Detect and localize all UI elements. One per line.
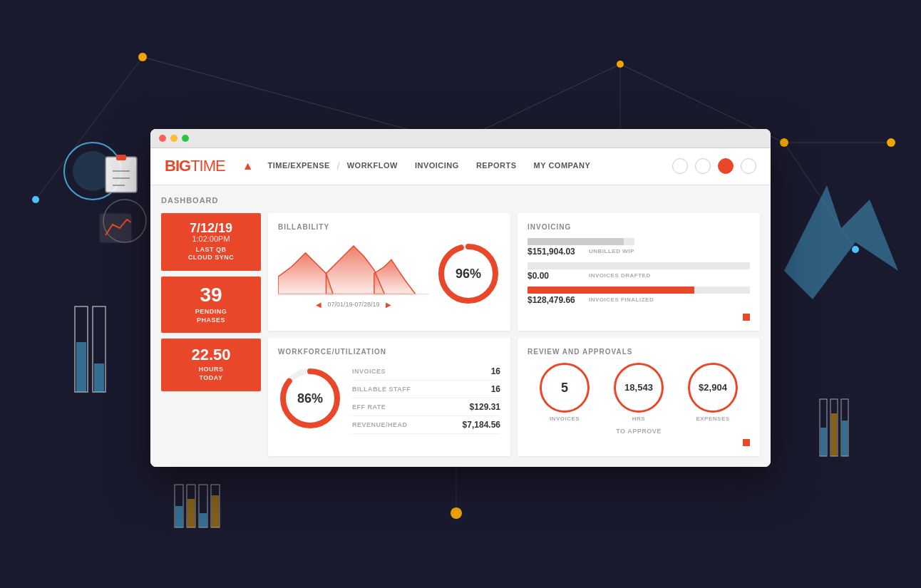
billability-donut: 96%	[436, 242, 500, 306]
workforce-stat-row-4: REVENUE/HEAD $7,184.56	[352, 416, 500, 434]
stat-label-hours: HOURSTODAY	[168, 366, 254, 382]
logo-time: TIME	[190, 157, 225, 175]
invoicing-panel: INVOICING $151,904.03 UNBILLED WIP	[518, 213, 760, 331]
workforce-donut: 86%	[278, 366, 342, 430]
chart-nav-next[interactable]: ▶	[386, 301, 391, 309]
dashboard-label: DASHBOARD	[161, 196, 760, 205]
review-label-expenses: EXPENSES	[688, 416, 738, 422]
svg-marker-44	[278, 252, 333, 294]
workforce-stats: INVOICES 16 BILLABLE STAFF 16 EFF RATE $…	[352, 363, 500, 434]
svg-rect-21	[76, 342, 86, 392]
svg-rect-25	[820, 428, 826, 456]
review-value-hrs: 18,543	[624, 383, 653, 392]
svg-rect-33	[187, 499, 195, 527]
invoice-label-1: UNBILLED WIP	[589, 248, 634, 254]
stat-time: 1:02:00PM	[168, 234, 254, 243]
stat-value-hours: 22.50	[168, 347, 254, 363]
invoice-amount-2: $0.00	[528, 271, 585, 281]
invoice-amount-1: $151,904.03	[528, 247, 585, 257]
workforce-stat-name-3: EFF RATE	[352, 403, 386, 411]
stat-card-date: 7/12/19 1:02:00PM LAST QBCLOUD SYNC	[161, 213, 261, 271]
nav-item-invoicing[interactable]: INVOICING	[406, 148, 468, 185]
svg-rect-22	[93, 306, 106, 392]
invoice-bar-container-2	[528, 262, 750, 269]
stat-value-phases: 39	[168, 285, 254, 305]
invoice-amount-3: $128,479.66	[528, 295, 585, 305]
dashboard-body: DASHBOARD 7/12/19 1:02:00PM LAST QBCLOUD…	[150, 185, 771, 467]
review-circle-invoices: 5 INVOICES	[540, 363, 590, 422]
svg-point-16	[64, 143, 121, 200]
svg-rect-29	[842, 421, 848, 456]
nav-item-time-expense[interactable]: TIME/EXPENSE	[259, 148, 339, 185]
svg-rect-31	[175, 506, 182, 527]
nav-item-my-company[interactable]: MY COMPANY	[525, 148, 600, 185]
chart-date-label: 07/01/19-07/28/19	[327, 301, 379, 308]
review-label-invoices: INVOICES	[540, 416, 590, 422]
invoicing-title: INVOICING	[528, 223, 750, 231]
home-icon[interactable]: ▲	[242, 160, 254, 172]
workforce-stat-value-1: 16	[491, 366, 500, 376]
workforce-percentage: 86%	[297, 391, 323, 406]
review-label-hrs: HRS	[614, 416, 664, 422]
nav-item-reports[interactable]: REPORTS	[468, 148, 525, 185]
svg-line-7	[784, 143, 855, 249]
nav-items: TIME/EXPENSE / WORKFLOW INVOICING REPORT…	[259, 148, 672, 185]
svg-rect-30	[175, 485, 183, 527]
billability-panel: BILLABILITY	[268, 213, 510, 331]
stats-column: 7/12/19 1:02:00PM LAST QBCLOUD SYNC 39 P…	[161, 213, 261, 456]
workforce-stat-row-3: EFF RATE $129.31	[352, 398, 500, 416]
invoice-row-3: $128,479.66 INVOICES FINALIZED	[528, 287, 750, 305]
stat-card-hours: 22.50 HOURSTODAY	[161, 339, 261, 391]
review-title: REVIEW AND APPROVALS	[528, 348, 750, 356]
invoice-row-1: $151,904.03 UNBILLED WIP	[528, 238, 750, 257]
nav-icon-3[interactable]	[718, 158, 734, 174]
nav-icon-2[interactable]	[695, 158, 711, 174]
svg-rect-35	[200, 513, 207, 527]
workforce-stat-value-3: $129.31	[470, 402, 500, 412]
invoice-bar-container-1	[528, 238, 634, 245]
svg-rect-23	[94, 363, 104, 392]
mountain-chart-svg	[278, 238, 429, 295]
review-circle-ring-2: 18,543	[614, 363, 664, 413]
review-red-square	[743, 439, 750, 446]
browser-chrome	[150, 129, 771, 148]
nav-icon-4[interactable]	[741, 158, 756, 174]
billability-title: BILLABILITY	[278, 223, 500, 231]
review-bottom-label: TO APPROVE	[528, 428, 750, 435]
workforce-stat-name-1: INVOICES	[352, 368, 386, 375]
browser-dot-green	[182, 135, 189, 142]
nav-item-workflow[interactable]: WORKFLOW	[339, 148, 406, 185]
workforce-stat-name-2: BILLABLE STAFF	[352, 386, 411, 393]
workforce-stat-row-1: INVOICES 16	[352, 363, 500, 381]
billability-percentage: 96%	[456, 266, 481, 281]
workforce-title: WORKFORCE/UTILIZATION	[278, 348, 500, 356]
invoicing-rows: $151,904.03 UNBILLED WIP $0.00	[528, 238, 750, 305]
invoice-label-3: INVOICES FINALIZED	[589, 296, 750, 303]
svg-point-18	[103, 200, 146, 242]
invoice-row-2: $0.00 INVOICES DRAFTED	[528, 262, 750, 281]
svg-point-8	[138, 53, 147, 61]
svg-rect-36	[211, 485, 220, 527]
review-value-expenses: $2,904	[699, 383, 727, 392]
stat-date: 7/12/19	[168, 222, 254, 234]
svg-rect-43	[100, 214, 131, 242]
stat-card-phases: 39 PENDINGPHASES	[161, 277, 261, 333]
top-nav: BIGTIME ▲ TIME/EXPENSE / WORKFLOW INVOIC…	[150, 148, 771, 185]
stat-label-sync: LAST QBCLOUD SYNC	[168, 246, 254, 262]
chart-nav-prev[interactable]: ◀	[316, 301, 321, 309]
workforce-panel: WORKFORCE/UTILIZATION 86% INVOICES 16	[268, 338, 510, 456]
svg-point-17	[73, 151, 113, 191]
svg-point-10	[617, 61, 624, 68]
invoice-bar-1	[528, 238, 624, 245]
review-circle-hrs: 18,543 HRS	[614, 363, 664, 422]
workforce-stat-row-2: BILLABLE STAFF 16	[352, 381, 500, 398]
review-value-invoices: 5	[561, 381, 568, 394]
svg-line-5	[36, 57, 143, 200]
svg-marker-46	[374, 259, 416, 294]
svg-marker-19	[784, 185, 898, 299]
invoice-bar-container-3	[528, 287, 750, 294]
review-circle-ring-3: $2,904	[688, 363, 738, 413]
nav-icon-1[interactable]	[672, 158, 688, 174]
browser-dot-yellow	[170, 135, 177, 142]
browser-dot-red	[159, 135, 166, 142]
